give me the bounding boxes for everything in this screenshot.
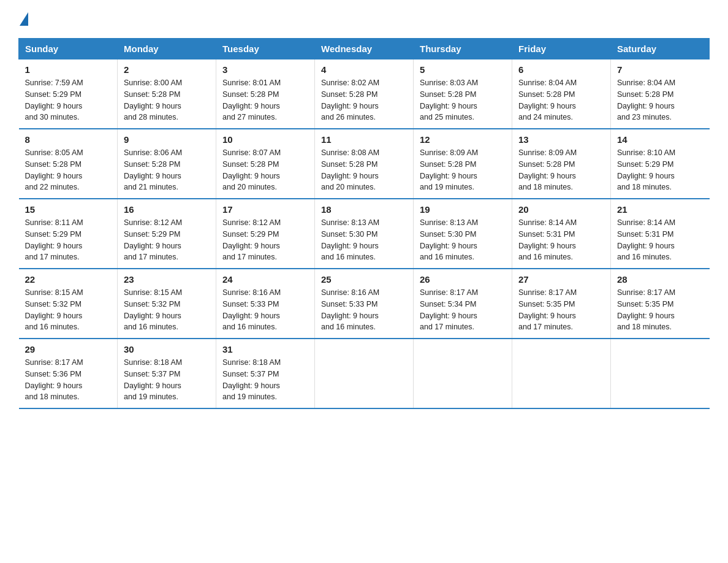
day-number: 11 [321, 134, 407, 145]
week-row-2: 8 Sunrise: 8:05 AMSunset: 5:28 PMDayligh… [19, 129, 710, 199]
day-info: Sunrise: 8:09 AMSunset: 5:28 PMDaylight:… [420, 147, 506, 193]
day-info: Sunrise: 8:06 AMSunset: 5:28 PMDaylight:… [124, 147, 210, 193]
day-info: Sunrise: 8:12 AMSunset: 5:29 PMDaylight:… [222, 217, 308, 263]
column-header-thursday: Thursday [414, 39, 512, 59]
day-number: 20 [518, 204, 604, 215]
day-number: 5 [420, 64, 506, 75]
day-number: 28 [617, 274, 703, 285]
column-header-saturday: Saturday [611, 39, 710, 59]
day-info: Sunrise: 8:14 AMSunset: 5:31 PMDaylight:… [617, 217, 703, 263]
week-row-4: 22 Sunrise: 8:15 AMSunset: 5:32 PMDaylig… [19, 269, 710, 339]
logo [18, 12, 29, 26]
day-cell: 20 Sunrise: 8:14 AMSunset: 5:31 PMDaylig… [512, 199, 611, 269]
week-row-1: 1 Sunrise: 7:59 AMSunset: 5:29 PMDayligh… [19, 59, 710, 129]
day-cell: 8 Sunrise: 8:05 AMSunset: 5:28 PMDayligh… [19, 129, 118, 199]
column-header-friday: Friday [512, 39, 611, 59]
day-number: 27 [518, 274, 604, 285]
day-info: Sunrise: 8:10 AMSunset: 5:29 PMDaylight:… [617, 147, 703, 193]
day-number: 2 [124, 64, 210, 75]
day-cell: 9 Sunrise: 8:06 AMSunset: 5:28 PMDayligh… [118, 129, 216, 199]
day-cell: 23 Sunrise: 8:15 AMSunset: 5:32 PMDaylig… [118, 269, 216, 339]
column-header-sunday: Sunday [19, 39, 118, 59]
day-info: Sunrise: 8:04 AMSunset: 5:28 PMDaylight:… [617, 77, 703, 123]
day-cell: 4 Sunrise: 8:02 AMSunset: 5:28 PMDayligh… [315, 59, 414, 129]
day-info: Sunrise: 7:59 AMSunset: 5:29 PMDaylight:… [25, 77, 112, 123]
day-number: 24 [222, 274, 308, 285]
day-info: Sunrise: 8:17 AMSunset: 5:35 PMDaylight:… [617, 287, 703, 333]
column-header-monday: Monday [118, 39, 216, 59]
day-cell: 12 Sunrise: 8:09 AMSunset: 5:28 PMDaylig… [414, 129, 512, 199]
day-info: Sunrise: 8:08 AMSunset: 5:28 PMDaylight:… [321, 147, 407, 193]
day-number: 18 [321, 204, 407, 215]
day-number: 29 [25, 344, 112, 354]
day-cell: 11 Sunrise: 8:08 AMSunset: 5:28 PMDaylig… [315, 129, 414, 199]
day-cell: 17 Sunrise: 8:12 AMSunset: 5:29 PMDaylig… [216, 199, 315, 269]
day-cell: 2 Sunrise: 8:00 AMSunset: 5:28 PMDayligh… [118, 59, 216, 129]
day-number: 15 [25, 204, 112, 215]
day-number: 7 [617, 64, 703, 75]
day-number: 9 [124, 134, 210, 145]
day-info: Sunrise: 8:04 AMSunset: 5:28 PMDaylight:… [518, 77, 604, 123]
day-number: 26 [420, 274, 506, 285]
day-number: 30 [124, 344, 210, 354]
calendar-table: SundayMondayTuesdayWednesdayThursdayFrid… [18, 38, 710, 409]
day-cell [414, 339, 512, 408]
day-cell: 28 Sunrise: 8:17 AMSunset: 5:35 PMDaylig… [611, 269, 710, 339]
calendar-body: 1 Sunrise: 7:59 AMSunset: 5:29 PMDayligh… [19, 59, 710, 409]
calendar-header: SundayMondayTuesdayWednesdayThursdayFrid… [19, 39, 710, 59]
day-info: Sunrise: 8:15 AMSunset: 5:32 PMDaylight:… [124, 287, 210, 333]
day-cell: 27 Sunrise: 8:17 AMSunset: 5:35 PMDaylig… [512, 269, 611, 339]
day-cell: 29 Sunrise: 8:17 AMSunset: 5:36 PMDaylig… [19, 339, 118, 408]
day-cell [512, 339, 611, 408]
day-info: Sunrise: 8:13 AMSunset: 5:30 PMDaylight:… [321, 217, 407, 263]
day-number: 8 [25, 134, 112, 145]
day-number: 25 [321, 274, 407, 285]
day-number: 31 [222, 344, 308, 354]
day-info: Sunrise: 8:17 AMSunset: 5:35 PMDaylight:… [518, 287, 604, 333]
day-info: Sunrise: 8:16 AMSunset: 5:33 PMDaylight:… [321, 287, 407, 333]
day-info: Sunrise: 8:13 AMSunset: 5:30 PMDaylight:… [420, 217, 506, 263]
day-cell: 5 Sunrise: 8:03 AMSunset: 5:28 PMDayligh… [414, 59, 512, 129]
day-info: Sunrise: 8:11 AMSunset: 5:29 PMDaylight:… [25, 217, 112, 263]
day-cell: 24 Sunrise: 8:16 AMSunset: 5:33 PMDaylig… [216, 269, 315, 339]
day-cell: 14 Sunrise: 8:10 AMSunset: 5:29 PMDaylig… [611, 129, 710, 199]
day-cell: 30 Sunrise: 8:18 AMSunset: 5:37 PMDaylig… [118, 339, 216, 408]
day-number: 22 [25, 274, 112, 285]
day-cell: 19 Sunrise: 8:13 AMSunset: 5:30 PMDaylig… [414, 199, 512, 269]
day-cell: 26 Sunrise: 8:17 AMSunset: 5:34 PMDaylig… [414, 269, 512, 339]
day-number: 13 [518, 134, 604, 145]
day-info: Sunrise: 8:05 AMSunset: 5:28 PMDaylight:… [25, 147, 112, 193]
day-number: 19 [420, 204, 506, 215]
week-row-5: 29 Sunrise: 8:17 AMSunset: 5:36 PMDaylig… [19, 339, 710, 408]
day-cell: 31 Sunrise: 8:18 AMSunset: 5:37 PMDaylig… [216, 339, 315, 408]
day-cell: 22 Sunrise: 8:15 AMSunset: 5:32 PMDaylig… [19, 269, 118, 339]
day-number: 4 [321, 64, 407, 75]
day-number: 17 [222, 204, 308, 215]
day-cell: 13 Sunrise: 8:09 AMSunset: 5:28 PMDaylig… [512, 129, 611, 199]
day-header-row: SundayMondayTuesdayWednesdayThursdayFrid… [19, 39, 710, 59]
day-info: Sunrise: 8:12 AMSunset: 5:29 PMDaylight:… [124, 217, 210, 263]
day-cell: 16 Sunrise: 8:12 AMSunset: 5:29 PMDaylig… [118, 199, 216, 269]
day-cell: 18 Sunrise: 8:13 AMSunset: 5:30 PMDaylig… [315, 199, 414, 269]
day-info: Sunrise: 8:07 AMSunset: 5:28 PMDaylight:… [222, 147, 308, 193]
day-number: 12 [420, 134, 506, 145]
day-number: 1 [25, 64, 112, 75]
day-number: 16 [124, 204, 210, 215]
day-cell: 15 Sunrise: 8:11 AMSunset: 5:29 PMDaylig… [19, 199, 118, 269]
day-info: Sunrise: 8:01 AMSunset: 5:28 PMDaylight:… [222, 77, 308, 123]
day-cell [611, 339, 710, 408]
page-header [18, 12, 710, 26]
day-number: 23 [124, 274, 210, 285]
day-info: Sunrise: 8:17 AMSunset: 5:34 PMDaylight:… [420, 287, 506, 333]
logo-triangle-icon [20, 12, 28, 26]
day-info: Sunrise: 8:02 AMSunset: 5:28 PMDaylight:… [321, 77, 407, 123]
day-info: Sunrise: 8:09 AMSunset: 5:28 PMDaylight:… [518, 147, 604, 193]
day-number: 10 [222, 134, 308, 145]
day-cell: 7 Sunrise: 8:04 AMSunset: 5:28 PMDayligh… [611, 59, 710, 129]
day-cell [315, 339, 414, 408]
day-number: 21 [617, 204, 703, 215]
day-cell: 21 Sunrise: 8:14 AMSunset: 5:31 PMDaylig… [611, 199, 710, 269]
day-number: 14 [617, 134, 703, 145]
day-info: Sunrise: 8:00 AMSunset: 5:28 PMDaylight:… [124, 77, 210, 123]
day-number: 6 [518, 64, 604, 75]
